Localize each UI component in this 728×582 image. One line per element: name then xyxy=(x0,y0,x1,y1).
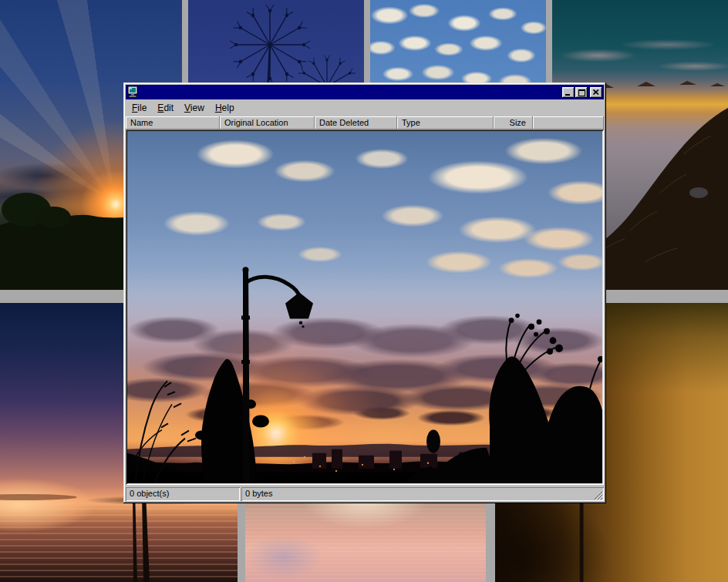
column-header-size[interactable]: Size xyxy=(494,116,533,130)
maximize-icon xyxy=(578,89,585,96)
window-controls xyxy=(562,87,602,98)
computer-icon xyxy=(127,86,140,98)
menu-edit[interactable]: Edit xyxy=(152,101,179,116)
menu-view[interactable]: View xyxy=(179,101,210,116)
status-bar: 0 object(s) 0 bytes xyxy=(126,487,604,501)
column-header-type[interactable]: Type xyxy=(397,116,494,130)
close-icon xyxy=(593,89,599,95)
file-list-area[interactable] xyxy=(126,130,604,485)
minimize-button[interactable] xyxy=(562,87,575,98)
column-header-blank[interactable] xyxy=(533,116,604,130)
status-objects: 0 object(s) xyxy=(126,487,240,501)
column-header-date-deleted[interactable]: Date Deleted xyxy=(315,116,397,130)
photo-silhouettes xyxy=(127,131,602,483)
folder-background-photo xyxy=(127,131,602,483)
menu-help[interactable]: Help xyxy=(210,101,240,116)
menu-bar: File Edit View Help xyxy=(126,99,604,116)
maximize-button[interactable] xyxy=(575,87,588,98)
column-headers: Name Original Location Date Deleted Type… xyxy=(126,116,604,130)
recycle-bin-window: File Edit View Help Name Original Locati… xyxy=(123,82,606,503)
status-bytes: 0 bytes xyxy=(241,487,604,501)
screen: { "window": { "title": "", "title_icon":… xyxy=(0,0,728,582)
minimize-icon xyxy=(565,94,570,96)
close-button[interactable] xyxy=(590,87,602,98)
resize-grip[interactable] xyxy=(593,490,603,500)
column-header-name[interactable]: Name xyxy=(126,116,220,130)
title-bar[interactable] xyxy=(126,85,604,99)
column-header-original-location[interactable]: Original Location xyxy=(220,116,315,130)
menu-file[interactable]: File xyxy=(126,101,152,116)
